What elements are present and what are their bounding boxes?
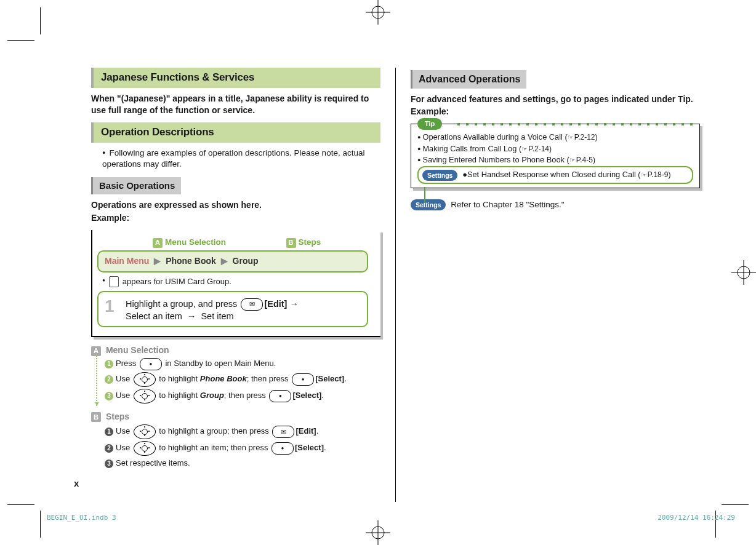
nav-key-icon: [134, 424, 156, 439]
label-a-badge-2: A: [91, 346, 101, 356]
crop-mark: [40, 7, 41, 34]
usim-card-icon: [109, 276, 119, 287]
step-number-1: 1: [105, 298, 121, 314]
advanced-desc: For advanced features and settings, go t…: [411, 93, 700, 105]
nav-key-icon: [134, 372, 156, 387]
print-footer: BEGIN_E_OI.indb 3 2009/12/14 16:24:29: [47, 514, 735, 523]
crop-mark: [7, 40, 34, 41]
settings-tip-row: Settings ●Set Handset Response when Clos…: [417, 166, 693, 184]
menu-selection-explain: A Menu Selection 1Press in Standby to op…: [91, 344, 380, 404]
example-box: AMenu Selection BSteps Main Menu ▶ Phone…: [91, 230, 380, 337]
left-column: Japanese Functions & Services When "(Jap…: [91, 68, 380, 502]
center-key-icon: [271, 442, 294, 455]
basic-ops-desc: Operations are expressed as shown here.: [91, 199, 380, 211]
step-box: 1 Highlight a group, and press [Edit]→ S…: [97, 291, 368, 328]
num-2: 2: [105, 444, 113, 453]
crop-mark: [40, 511, 41, 538]
tip-badge: Tip: [417, 118, 442, 130]
num-3: 3: [105, 459, 113, 468]
heading-advanced-operations: Advanced Operations: [411, 70, 526, 89]
example-labels: AMenu Selection BSteps: [97, 237, 368, 248]
label-b-badge-2: B: [91, 412, 101, 422]
tip-item: Saving Entered Numbers to Phone Book (P.…: [417, 154, 693, 165]
step-1-text: Highlight a group, and press [Edit]→ Sel…: [126, 298, 301, 323]
heading-operation-descriptions: Operation Descriptions: [91, 122, 380, 143]
footer-filename: BEGIN_E_OI.indb 3: [47, 514, 116, 523]
page-number: x: [74, 477, 79, 490]
menu-path-box: Main Menu ▶ Phone Book ▶ Group: [97, 250, 368, 272]
num-1: 1: [105, 360, 113, 368]
settings-badge-2: Settings: [411, 199, 446, 210]
center-key-icon: [269, 390, 291, 402]
reg-mark-top: [366, 0, 390, 25]
dotted-connector: [96, 356, 97, 406]
crop-mark: [722, 504, 749, 505]
heading-japanese-functions: Japanese Functions & Services: [91, 68, 380, 88]
tip-dots-icon: [454, 122, 696, 126]
settings-badge: Settings: [422, 170, 457, 181]
num-2: 2: [105, 375, 113, 384]
mail-key-icon: [272, 426, 294, 438]
operation-desc-note: Following are examples of operation desc…: [91, 148, 380, 170]
menu-path: Main Menu ▶ Phone Book ▶ Group: [105, 256, 259, 266]
label-b-badge: B: [286, 238, 296, 248]
mail-key-icon: [241, 298, 263, 311]
right-column: Advanced Operations For advanced feature…: [411, 68, 700, 502]
tip-item: Making Calls from Call Log (P.2-14): [417, 143, 693, 154]
num-1: 1: [105, 428, 113, 436]
example-label: Example:: [91, 212, 380, 224]
connector-line: [424, 187, 425, 203]
manual-page: Japanese Functions & Services When "(Jap…: [0, 0, 756, 545]
nav-key-icon: [134, 389, 156, 404]
crop-mark: [7, 504, 34, 505]
label-a-badge: A: [153, 238, 163, 248]
content-area: Japanese Functions & Services When "(Jap…: [91, 68, 719, 502]
japanese-functions-desc: When "(Japanese)" appears in a title, Ja…: [91, 93, 380, 116]
tip-box: Tip Operations Available during a Voice …: [411, 124, 700, 188]
center-key-icon: [292, 373, 314, 386]
steps-explain: B Steps 1Use to highlight a group; then …: [91, 411, 380, 468]
center-key-icon: [140, 358, 162, 370]
reg-mark-right: [731, 260, 756, 285]
tip-item: Operations Available during a Voice Call…: [417, 132, 693, 142]
nav-key-icon: [134, 441, 156, 456]
footer-timestamp: 2009/12/14 16:24:29: [657, 514, 735, 523]
example-label-2: Example:: [411, 106, 700, 117]
heading-basic-operations: Basic Operations: [91, 177, 181, 194]
settings-chapter-note: Settings Refer to Chapter 18 "Settings.": [411, 199, 700, 211]
usim-note: appears for USIM Card Group.: [102, 276, 368, 287]
num-3: 3: [105, 392, 113, 400]
column-divider: [395, 68, 396, 502]
reg-mark-bottom: [366, 520, 390, 545]
